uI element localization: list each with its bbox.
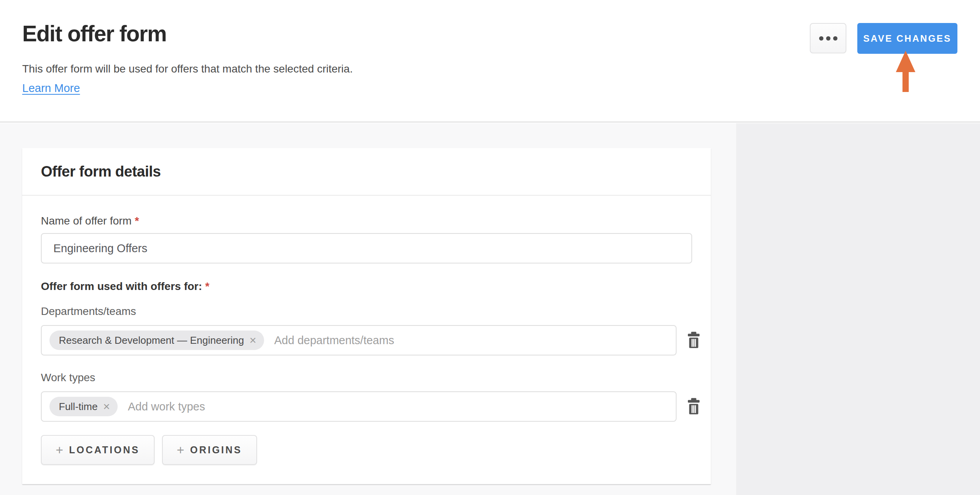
delete-departments-row-button[interactable] [684,329,704,352]
trash-icon [686,398,702,415]
work-types-tag-input-box[interactable]: Full-time × [41,391,677,422]
annotation-arrow-up-icon [896,51,915,92]
card-divider [22,195,711,196]
main-content: Offer form details Name of offer form* O… [0,123,980,495]
page-subtitle: This offer form will be used for offers … [22,62,353,76]
save-changes-button[interactable]: SAVE CHANGES [857,23,957,54]
plus-icon: + [177,444,184,456]
ellipsis-icon [826,36,830,41]
ellipsis-icon [819,36,823,41]
criteria-heading-text: Offer form used with offers for: [41,280,202,292]
criteria-heading: Offer form used with offers for:* [41,280,711,293]
required-marker: * [135,215,139,227]
work-type-tag-label: Full-time [59,401,98,413]
learn-more-link[interactable]: Learn More [22,81,80,95]
add-work-types-input[interactable] [128,395,676,418]
ellipsis-icon [833,36,837,41]
add-departments-input[interactable] [274,329,676,352]
more-options-button[interactable] [810,23,846,53]
add-origins-button[interactable]: + ORIGINS [162,435,257,465]
delete-work-types-row-button[interactable] [684,395,704,418]
right-panel [736,123,980,495]
required-marker: * [205,280,210,292]
add-origins-label: ORIGINS [190,444,242,456]
add-criteria-row: + LOCATIONS + ORIGINS [41,435,711,465]
name-field-label: Name of offer form* [41,214,711,228]
work-types-row: Full-time × [41,391,711,422]
tag-close-icon[interactable]: × [249,334,256,346]
page-title: Edit offer form [22,21,353,46]
departments-label: Departments/teams [41,305,711,318]
plus-icon: + [56,444,63,456]
work-types-label: Work types [41,371,711,384]
add-locations-button[interactable]: + LOCATIONS [41,435,155,465]
offer-form-name-input[interactable] [41,233,692,263]
trash-icon [686,332,702,349]
header-actions: SAVE CHANGES [810,23,957,54]
work-type-tag: Full-time × [49,397,118,416]
card-title: Offer form details [41,162,711,181]
page-header: Edit offer form This offer form will be … [0,0,980,122]
name-field-label-text: Name of offer form [41,215,132,227]
header-text-block: Edit offer form This offer form will be … [22,21,353,95]
departments-row: Research & Development — Engineering × [41,325,711,355]
department-tag-label: Research & Development — Engineering [59,334,244,346]
offer-form-details-card: Offer form details Name of offer form* O… [22,148,711,484]
add-locations-label: LOCATIONS [69,444,139,456]
edit-offer-form-page: Edit offer form This offer form will be … [0,0,980,495]
tag-close-icon[interactable]: × [103,401,110,412]
department-tag: Research & Development — Engineering × [49,331,264,350]
departments-tag-input-box[interactable]: Research & Development — Engineering × [41,325,677,355]
